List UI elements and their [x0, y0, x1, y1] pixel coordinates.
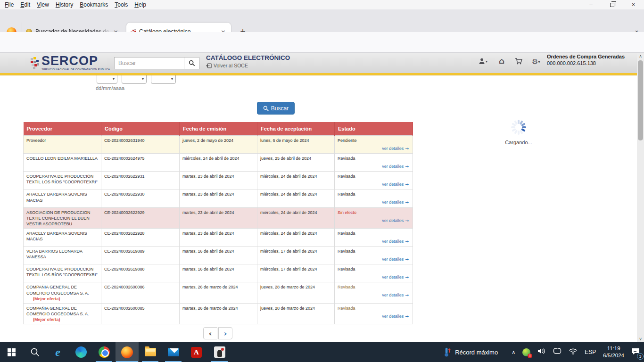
ver-detalles-link[interactable]: ver detalles: [382, 293, 404, 297]
language-indicator[interactable]: ESP: [585, 349, 596, 355]
arrow-right-icon: →: [404, 200, 409, 205]
clock[interactable]: 11:19 6/5/2024: [603, 345, 624, 359]
cell-proveedor: COOPERATIVA DE PRODUCCIÓN TEXTIL LOS RÍO…: [24, 172, 101, 189]
cell-proveedor: ARACELY BARBARA SOVENIS MACIAS: [24, 228, 101, 246]
volume-icon[interactable]: [537, 347, 546, 357]
loading-spinner-icon: [510, 119, 527, 136]
table-row: ARACELY BARBARA SOVENIS MACIASCE-2024000…: [24, 189, 413, 207]
weather-label: Récord máximo: [455, 349, 498, 356]
menu-view[interactable]: View: [37, 1, 49, 8]
wifi-icon[interactable]: [569, 348, 578, 357]
cell-codigo: CE-20240002619888: [101, 264, 180, 282]
ver-detalles-link[interactable]: ver detalles: [382, 146, 404, 151]
table-row: COELLO LEON EDILMA MARIELLLACE-202400026…: [24, 154, 413, 172]
meet-now-icon[interactable]: [553, 347, 561, 357]
proveedor-name: COOPERATIVA DE PRODUCCIÓN TEXTIL LOS RÍO…: [26, 267, 98, 277]
settings-menu[interactable]: ⚙ ▾: [532, 58, 540, 66]
ver-detalles-link[interactable]: ver detalles: [382, 200, 404, 205]
cell-proveedor: COMPAÑIA GENERAL DE COMERCIO COGECOMSA S…: [24, 282, 101, 303]
proveedor-name: COOPERATIVA DE PRODUCCIÓN TEXTIL LOS RÍO…: [26, 174, 98, 184]
scroll-up-icon[interactable]: ∧: [637, 54, 644, 58]
arrow-right-icon: →: [404, 164, 409, 169]
volver-soce-link[interactable]: Volver al SOCE: [206, 63, 248, 68]
cell-proveedor: ASOCIACION DE PRODUCCION TEXTIL CONFECCI…: [24, 207, 101, 228]
table-row: COMPAÑIA GENERAL DE COMERCIO COGECOMSA S…: [24, 303, 413, 324]
ver-detalles-link[interactable]: ver detalles: [382, 218, 404, 223]
menu-file[interactable]: File: [5, 1, 14, 8]
menu-edit[interactable]: Edit: [20, 1, 30, 8]
taskbar-explorer-button[interactable]: [139, 342, 162, 362]
cell-fecha-aceptacion: jueves, 28 de marzo de 2024: [257, 303, 335, 324]
time: 11:19: [603, 345, 624, 352]
cell-fecha-emision: martes, 26 de marzo de 2024: [180, 282, 257, 303]
date: 6/5/2024: [603, 352, 624, 359]
vertical-scrollbar[interactable]: ∧ ∨: [637, 53, 644, 342]
start-button[interactable]: [0, 342, 23, 362]
taskbar-acrobat-button[interactable]: A: [185, 342, 208, 362]
arrow-right-icon: →: [404, 218, 409, 223]
proveedor-name: VERA BARRIOS LEONARDA VANESSA: [26, 249, 83, 259]
ver-detalles-link[interactable]: ver detalles: [382, 257, 404, 262]
notification-center[interactable]: 3: [631, 347, 640, 357]
mejor-oferta-label: (Mejor oferta): [33, 317, 60, 322]
ver-detalles-link[interactable]: ver detalles: [382, 182, 404, 187]
security-status-icon[interactable]: [522, 348, 530, 356]
next-page-button[interactable]: ›: [218, 327, 232, 339]
table-row: ProveedorCE-20240002631940jueves, 2 de m…: [24, 136, 413, 154]
cell-proveedor: Proveedor: [24, 136, 101, 154]
cell-codigo: CE-20240002600085: [101, 303, 180, 324]
proveedor-name: ARACELY BARBARA SOVENIS MACIAS: [26, 231, 87, 241]
cell-proveedor: COMPAÑIA GENERAL DE COMERCIO COGECOMSA S…: [24, 303, 101, 324]
edge-icon: [75, 346, 87, 358]
cell-fecha-aceptacion: miércoles, 24 de abril de 2024: [257, 228, 335, 246]
table-row: COOPERATIVA DE PRODUCCIÓN TEXTIL LOS RÍO…: [24, 172, 413, 189]
header-search-input[interactable]: [114, 57, 184, 69]
weather-widget[interactable]: Récord máximo: [444, 347, 498, 357]
header-search-button[interactable]: [184, 57, 199, 69]
search-icon: [30, 347, 40, 357]
taskbar-edge-button[interactable]: [69, 342, 92, 362]
close-window-button[interactable]: ×: [623, 0, 644, 9]
ver-detalles-link[interactable]: ver detalles: [382, 164, 404, 169]
menu-tools[interactable]: Tools: [115, 1, 128, 8]
cell-codigo: CE-20240002619889: [101, 247, 180, 264]
taskbar-mail-button[interactable]: [162, 342, 185, 362]
ver-detalles-link[interactable]: ver detalles: [382, 239, 404, 244]
prev-page-button[interactable]: ‹: [203, 327, 217, 339]
home-icon[interactable]: ⌂: [499, 56, 504, 66]
cell-fecha-aceptacion: jueves, 25 de abril de 2024: [257, 154, 335, 172]
menu-bookmarks[interactable]: Bookmarks: [80, 1, 108, 8]
loading-label: Cargando...: [490, 140, 547, 145]
status-text: Revisada: [338, 248, 410, 255]
menu-history[interactable]: History: [56, 1, 73, 8]
menu-help[interactable]: Help: [134, 1, 146, 8]
orders-table-body: ProveedorCE-20240002631940jueves, 2 de m…: [24, 136, 413, 324]
taskbar-tray: Récord máximo ∧ ESP 11:19 6/5/2024 3: [444, 342, 644, 362]
ver-detalles-link[interactable]: ver detalles: [382, 275, 404, 280]
ver-detalles-link[interactable]: ver detalles: [382, 314, 404, 319]
col-proveedor: Proveedor: [24, 122, 101, 136]
mail-icon: [168, 348, 179, 356]
taskbar-ie-button[interactable]: e: [46, 342, 69, 362]
proveedor-name: ARACELY BARBARA SOVENIS MACIAS: [26, 192, 87, 202]
taskbar-app-button[interactable]: [208, 342, 231, 362]
cart-icon[interactable]: [515, 58, 523, 65]
sercop-logo[interactable]: SERCOP SERVICIO NACIONAL DE CONTRATACIÓN…: [29, 55, 110, 71]
scrollbar-thumb[interactable]: [638, 60, 643, 140]
cell-codigo: CE-20240002622929: [101, 207, 180, 228]
cell-codigo: CE-20240002622928: [101, 228, 180, 246]
tray-chevron-icon[interactable]: ∧: [512, 349, 515, 355]
restore-button[interactable]: [602, 0, 623, 9]
col-estado: Estado: [335, 122, 413, 136]
cell-fecha-emision: martes, 23 de abril de 2024: [180, 172, 257, 189]
scroll-down-icon[interactable]: ∨: [637, 337, 644, 341]
buscar-button[interactable]: Buscar: [257, 102, 295, 115]
taskbar-chrome-button[interactable]: [92, 342, 116, 362]
user-menu[interactable]: ▾: [478, 58, 487, 65]
taskbar-search-button[interactable]: [23, 342, 46, 362]
search-icon: [263, 106, 269, 111]
cell-fecha-aceptacion: miércoles, 17 de abril de 2024: [257, 247, 335, 264]
cell-estado: Revisadaver detalles →: [335, 282, 413, 303]
minimize-button[interactable]: –: [580, 0, 602, 9]
taskbar-firefox-button[interactable]: [116, 342, 139, 362]
